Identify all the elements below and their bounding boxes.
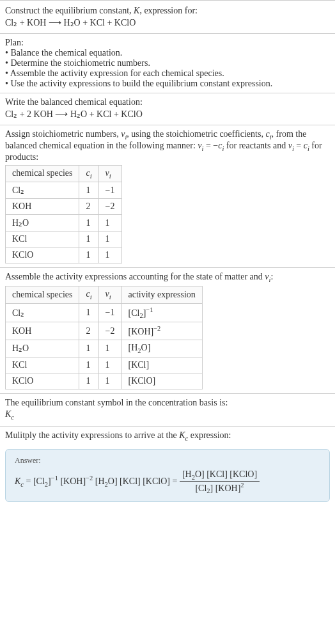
stoich-table: chemical species ci νi Cl₂ 1 −1 KOH 2 −2… <box>5 165 122 264</box>
stoich-text: Assign stoichiometric numbers, νi, using… <box>5 129 330 162</box>
table-cell: KOH <box>6 322 79 340</box>
table-header: νi <box>98 287 121 304</box>
table-cell: 1 <box>79 247 98 263</box>
table-cell: 1 <box>79 215 98 232</box>
multiply-section: Mulitply the activity expressions to arr… <box>0 426 335 446</box>
table-cell: −2 <box>98 322 121 340</box>
prompt-title: Construct the equilibrium constant, K, e… <box>5 6 330 16</box>
table-cell: 1 <box>79 373 98 389</box>
table-row: Cl₂ 1 −1 <box>6 182 122 199</box>
plan-section: Plan: • Balance the chemical equation. •… <box>0 33 335 93</box>
table-cell: 1 <box>79 232 98 247</box>
table-cell: −2 <box>98 199 121 215</box>
table-row: KClO 1 1 <box>6 247 122 263</box>
prompt-section: Construct the equilibrium constant, K, e… <box>0 0 335 33</box>
table-cell: 2 <box>79 199 98 215</box>
table-cell: H₂O <box>6 340 79 357</box>
table-cell: 1 <box>98 247 121 263</box>
table-cell: 1 <box>98 357 121 373</box>
table-cell: [KClO] <box>121 373 202 389</box>
plan-title: Plan: <box>5 38 330 48</box>
symbol-section: The equilibrium constant symbol in the c… <box>0 393 335 426</box>
activity-table: chemical species ci νi activity expressi… <box>5 286 203 389</box>
table-cell: KCl <box>6 232 79 247</box>
table-header: chemical species <box>6 287 79 304</box>
table-cell: [Cl2]−1 <box>121 303 202 322</box>
table-cell: [H2O] <box>121 340 202 357</box>
table-row: KCl 1 1 <box>6 232 122 247</box>
table-cell: −1 <box>98 182 121 199</box>
table-cell: 1 <box>98 340 121 357</box>
multiply-text: Mulitply the activity expressions to arr… <box>5 430 330 442</box>
activity-text: Assemble the activity expressions accoun… <box>5 272 330 283</box>
plan-bullet: • Assemble the activity expression for e… <box>5 68 330 79</box>
symbol-text: The equilibrium constant symbol in the c… <box>5 398 330 408</box>
plan-bullet: • Balance the chemical equation. <box>5 48 330 58</box>
table-row: Cl₂ 1 −1 [Cl2]−1 <box>6 303 203 322</box>
table-cell: KClO <box>6 247 79 263</box>
stoich-section: Assign stoichiometric numbers, νi, using… <box>0 125 335 267</box>
table-cell: [KOH]−2 <box>121 322 202 340</box>
table-cell: 1 <box>79 303 98 322</box>
table-cell: KClO <box>6 373 79 389</box>
table-cell: KCl <box>6 357 79 373</box>
answer-expression: Kc = [Cl2]−1 [KOH]−2 [H2O] [KCl] [KClO] … <box>15 469 320 494</box>
table-row: KCl 1 1 [KCl] <box>6 357 203 373</box>
table-cell: Cl₂ <box>6 303 79 322</box>
balanced-section: Write the balanced chemical equation: Cl… <box>0 93 335 125</box>
prompt-equation: Cl₂ + KOH ⟶ H₂O + KCl + KClO <box>5 17 330 28</box>
table-row: H₂O 1 1 [H2O] <box>6 340 203 357</box>
table-header: chemical species <box>6 165 79 182</box>
table-cell: H₂O <box>6 215 79 232</box>
table-cell: Cl₂ <box>6 182 79 199</box>
activity-section: Assemble the activity expressions accoun… <box>0 267 335 393</box>
table-header: activity expression <box>121 287 202 304</box>
table-cell: 1 <box>98 373 121 389</box>
answer-box: Answer: Kc = [Cl2]−1 [KOH]−2 [H2O] [KCl]… <box>5 449 330 501</box>
table-cell: 2 <box>79 322 98 340</box>
table-row: KClO 1 1 [KClO] <box>6 373 203 389</box>
table-cell: [KCl] <box>121 357 202 373</box>
table-cell: 1 <box>98 215 121 232</box>
table-cell: 1 <box>98 232 121 247</box>
table-row: KOH 2 −2 [KOH]−2 <box>6 322 203 340</box>
table-cell: KOH <box>6 199 79 215</box>
table-cell: 1 <box>79 182 98 199</box>
table-row: H₂O 1 1 <box>6 215 122 232</box>
symbol-value: Kc <box>5 409 330 421</box>
table-cell: −1 <box>98 303 121 322</box>
balanced-equation: Cl₂ + 2 KOH ⟶ H₂O + KCl + KClO <box>5 109 330 120</box>
plan-bullet: • Determine the stoichiometric numbers. <box>5 58 330 68</box>
table-cell: 1 <box>79 340 98 357</box>
table-header: νi <box>98 165 121 182</box>
table-header: ci <box>79 165 98 182</box>
answer-label: Answer: <box>15 456 320 466</box>
table-cell: 1 <box>79 357 98 373</box>
table-row: KOH 2 −2 <box>6 199 122 215</box>
table-header: ci <box>79 287 98 304</box>
plan-bullet: • Use the activity expressions to build … <box>5 79 330 89</box>
balanced-title: Write the balanced chemical equation: <box>5 97 330 107</box>
